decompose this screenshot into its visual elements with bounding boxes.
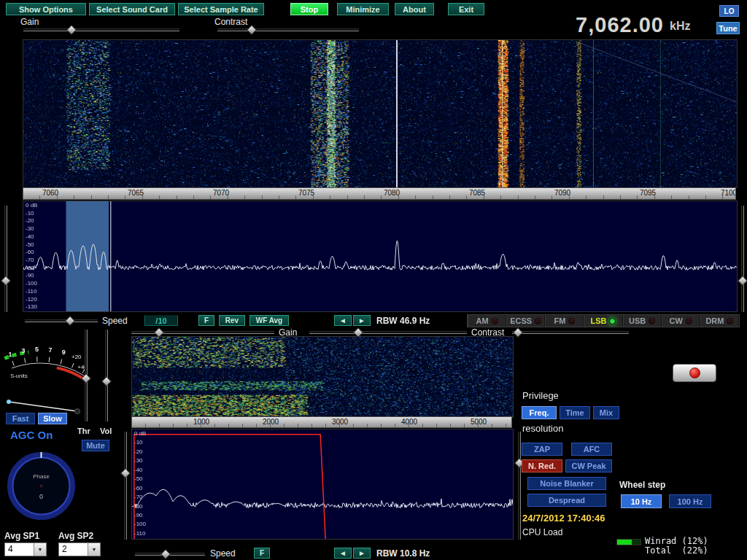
privilege-freq-button[interactable]: Freq.	[522, 406, 557, 419]
zap-button[interactable]: ZAP	[522, 443, 562, 456]
volume-slider-thumb[interactable]	[101, 376, 112, 386]
rf-wf-avg-button[interactable]: WF Avg	[249, 315, 289, 326]
rf-tick: 7075	[298, 189, 314, 197]
cw-peak-button[interactable]: CW Peak	[565, 459, 612, 472]
rf-spectrum-right-slider[interactable]	[738, 206, 746, 312]
mode-cw[interactable]: CW	[662, 315, 700, 327]
af-waterfall-display[interactable]	[131, 336, 514, 418]
af-top-slider[interactable]	[131, 328, 274, 335]
avg-sp1-select[interactable]: 4 ▼	[4, 542, 47, 556]
rf-tick: 7095	[640, 189, 656, 197]
af-spectrum-display[interactable]	[131, 429, 514, 540]
avg-sp2-value: 2	[59, 543, 88, 556]
af-speed-slider-thumb[interactable]	[160, 549, 171, 559]
volume-slider[interactable]	[102, 330, 109, 421]
af-contrast-slider[interactable]	[512, 328, 629, 335]
wheel-step-10hz-button[interactable]: 10 Hz	[621, 494, 662, 508]
s-meter-units-label: S-units	[10, 373, 28, 379]
agc-slow-button[interactable]: Slow	[38, 413, 67, 424]
rf-spectrum-left-slider-thumb[interactable]	[1, 276, 11, 286]
mode-drm[interactable]: DRM	[700, 315, 739, 327]
lo-button[interactable]: LO	[719, 5, 739, 17]
rf-waterfall-display[interactable]	[23, 39, 738, 188]
af-next-button[interactable]: ►	[353, 548, 371, 559]
noise-blanker-button[interactable]: Noise Blanker	[527, 477, 606, 490]
threshold-slider-thumb[interactable]	[81, 373, 91, 384]
mode-am-label: AM	[476, 316, 489, 325]
mode-drm-led-icon	[727, 318, 733, 324]
af-spectrum-left-slider-thumb[interactable]	[120, 468, 131, 478]
rf-prev-button[interactable]: ◄	[334, 315, 352, 326]
af-speed-label: Speed	[210, 548, 236, 559]
rf-gain-slider[interactable]	[23, 26, 179, 33]
mode-am[interactable]: AM	[468, 315, 506, 327]
mode-usb[interactable]: USB	[623, 315, 662, 327]
stop-button[interactable]: Stop	[290, 3, 328, 15]
af-gain-slider[interactable]	[309, 328, 467, 335]
s-meter: 1 3 5 7 9 +20 +40 S-units	[1, 330, 88, 419]
threshold-slider[interactable]	[82, 330, 89, 421]
mute-button[interactable]: Mute	[82, 440, 109, 451]
s-meter-5: 5	[35, 346, 39, 353]
record-button[interactable]	[673, 364, 716, 382]
agc-fast-button[interactable]: Fast	[6, 413, 35, 424]
show-options-button[interactable]: Show Options	[6, 3, 86, 15]
select-sample-rate-button[interactable]: Select Sample Rate	[178, 3, 264, 15]
af-contrast-slider-thumb[interactable]	[513, 327, 523, 338]
rf-speed-slider[interactable]	[25, 316, 98, 324]
agc-on-label: AGC On	[10, 429, 53, 441]
privilege-mix-button[interactable]: Mix	[593, 406, 619, 419]
af-f-button[interactable]: F	[254, 548, 270, 559]
af-rbw-readout: RBW 10.8 Hz	[376, 548, 430, 559]
noise-reduction-button[interactable]: N. Red.	[522, 459, 562, 472]
rf-tick: 7065	[128, 189, 144, 197]
rail	[25, 319, 98, 322]
rf-next-button[interactable]: ►	[353, 315, 371, 326]
rf-tick: 7100	[721, 189, 736, 197]
rf-spectrum-left-slider[interactable]	[1, 206, 9, 312]
minimize-button[interactable]: Minimize	[337, 3, 389, 15]
rail	[741, 206, 744, 312]
despread-button[interactable]: Despread	[527, 494, 606, 507]
cpu-load-bar	[616, 539, 641, 545]
rf-rbw-readout: RBW 46.9 Hz	[376, 316, 430, 326]
rf-gain-slider-thumb[interactable]	[66, 25, 77, 35]
rf-f-button[interactable]: F	[198, 315, 214, 326]
avg-sp2-select[interactable]: 2 ▼	[58, 542, 101, 556]
rf-contrast-slider[interactable]	[217, 26, 359, 33]
af-prev-button[interactable]: ◄	[334, 548, 352, 559]
about-button[interactable]: About	[395, 3, 434, 15]
mode-lsb[interactable]: LSB	[584, 315, 622, 327]
select-sound-card-button[interactable]: Select Sound Card	[89, 3, 175, 15]
s-meter-7: 7	[48, 346, 52, 354]
rf-spectrum-display[interactable]	[23, 201, 738, 312]
s-meter-9: 9	[62, 349, 66, 356]
rf-spectrum-right-slider-thumb[interactable]	[738, 276, 747, 286]
exit-button[interactable]: Exit	[448, 3, 484, 15]
af-speed-slider[interactable]	[135, 550, 205, 557]
mode-fm-led-icon	[568, 318, 575, 324]
mode-ecss-led-icon	[535, 318, 541, 324]
af-spectrum-left-slider[interactable]	[121, 432, 128, 540]
avg-sp1-dropdown-arrow-icon[interactable]: ▼	[34, 543, 46, 556]
af-tick: 4000	[401, 418, 417, 426]
afc-button[interactable]: AFC	[571, 443, 612, 456]
phase-dial-tick	[41, 452, 42, 458]
mode-fm[interactable]: FM	[545, 315, 584, 327]
thr-label: Thr	[77, 427, 90, 435]
af-frequency-scale[interactable]: 1000 2000 3000 4000 5000	[131, 416, 512, 428]
privilege-time-button[interactable]: Time	[560, 406, 590, 419]
privilege-label: Privilege	[522, 390, 559, 401]
avg-sp2-dropdown-arrow-icon[interactable]: ▼	[88, 543, 100, 556]
tune-button[interactable]: Tune	[716, 22, 740, 34]
cpu-total-readout: Total (22%)	[645, 545, 708, 556]
s-meter-needle-tip	[7, 400, 11, 404]
mode-ecss[interactable]: ECSS	[506, 315, 545, 327]
rail	[124, 432, 127, 540]
rf-rev-button[interactable]: Rev	[219, 315, 245, 326]
s-meter-1: 1	[8, 351, 12, 358]
rf-contrast-slider-thumb[interactable]	[247, 25, 257, 35]
rf-speed-slider-thumb[interactable]	[65, 316, 75, 326]
rf-frequency-scale[interactable]: 7060 7065 7070 7075 7080 7085 7090 7095 …	[23, 187, 736, 200]
wheel-step-100hz-button[interactable]: 100 Hz	[669, 494, 711, 508]
